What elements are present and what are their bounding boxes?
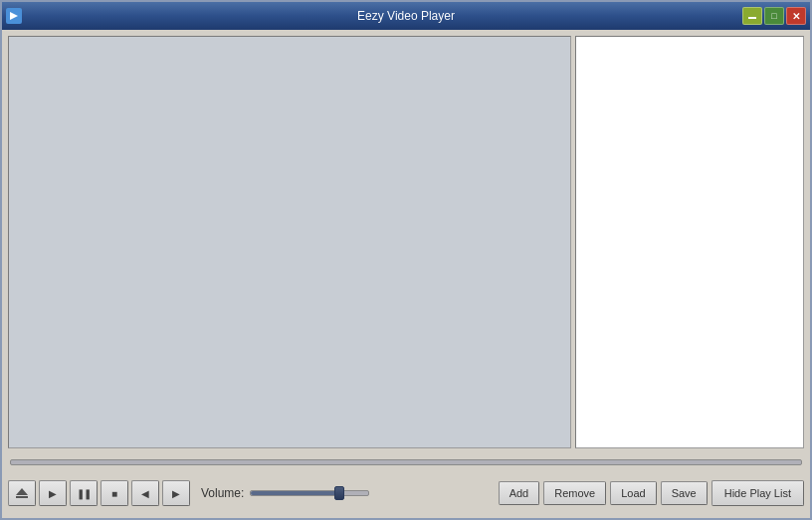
- svg-marker-0: [10, 12, 18, 20]
- window-title: Eezy Video Player: [2, 9, 810, 23]
- volume-thumb[interactable]: [334, 486, 344, 500]
- prev-button[interactable]: ◀: [131, 480, 159, 506]
- pause-button[interactable]: ❚❚: [70, 480, 98, 506]
- video-panel: [8, 36, 571, 448]
- next-button[interactable]: ▶: [162, 480, 190, 506]
- volume-fill: [251, 491, 339, 495]
- transport-controls: ▶ ❚❚ ■ ◀ ▶: [8, 480, 369, 506]
- app-icon: [6, 8, 22, 24]
- close-icon: ✕: [792, 11, 800, 22]
- playlist-action-area: Add Remove Load Save Hide Play List: [499, 480, 804, 506]
- pause-icon: ❚❚: [77, 488, 91, 499]
- save-button[interactable]: Save: [661, 481, 708, 505]
- prev-icon: ◀: [141, 488, 149, 499]
- volume-label: Volume:: [201, 486, 244, 500]
- volume-slider[interactable]: [250, 490, 369, 496]
- title-bar-left: [6, 8, 22, 24]
- add-button[interactable]: Add: [499, 481, 540, 505]
- restore-button[interactable]: □: [764, 7, 784, 25]
- stop-button[interactable]: ■: [101, 480, 128, 506]
- close-button[interactable]: ✕: [786, 7, 806, 25]
- volume-area: Volume:: [201, 486, 369, 500]
- title-bar: Eezy Video Player □ ✕: [2, 2, 810, 30]
- next-icon: ▶: [172, 488, 180, 499]
- main-panels: [8, 36, 804, 448]
- seek-bar-row: [8, 452, 804, 472]
- remove-button[interactable]: Remove: [543, 481, 606, 505]
- hide-playlist-button[interactable]: Hide Play List: [711, 480, 804, 506]
- play-icon: ▶: [49, 488, 57, 499]
- stop-icon: ■: [111, 488, 117, 499]
- eject-button[interactable]: [8, 480, 36, 506]
- main-window: Eezy Video Player □ ✕: [0, 0, 812, 520]
- content-area: ▶ ❚❚ ■ ◀ ▶: [2, 30, 810, 518]
- play-button[interactable]: ▶: [39, 480, 67, 506]
- bottom-area: ▶ ❚❚ ■ ◀ ▶: [8, 474, 804, 512]
- minimize-button[interactable]: [742, 7, 762, 25]
- seek-bar[interactable]: [10, 459, 802, 465]
- playlist-panel: [575, 36, 804, 448]
- window-controls: □ ✕: [742, 7, 806, 25]
- load-button[interactable]: Load: [610, 481, 656, 505]
- eject-icon: [16, 488, 28, 498]
